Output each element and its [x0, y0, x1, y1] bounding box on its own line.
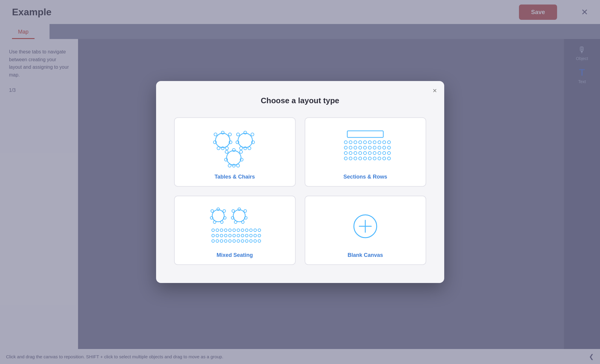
- svg-point-89: [233, 229, 236, 232]
- svg-point-53: [368, 152, 371, 155]
- svg-point-102: [237, 234, 240, 237]
- svg-point-9: [238, 133, 252, 148]
- mixed-seating-label: Mixed Seating: [216, 252, 253, 258]
- svg-point-39: [349, 146, 352, 149]
- svg-point-94: [254, 229, 257, 232]
- svg-point-109: [216, 240, 219, 242]
- tables-chairs-icon: [208, 127, 262, 169]
- svg-point-83: [232, 210, 235, 212]
- svg-point-67: [387, 157, 390, 160]
- svg-point-32: [363, 141, 366, 144]
- svg-point-34: [373, 141, 376, 144]
- svg-point-104: [246, 234, 248, 237]
- svg-point-54: [373, 152, 376, 155]
- svg-point-14: [240, 147, 243, 150]
- svg-point-108: [212, 240, 215, 242]
- svg-point-97: [216, 234, 219, 237]
- svg-point-18: [227, 151, 241, 165]
- svg-point-68: [212, 210, 224, 222]
- svg-point-7: [214, 133, 217, 136]
- svg-point-99: [225, 234, 227, 237]
- svg-point-28: [344, 141, 347, 144]
- svg-point-55: [378, 152, 381, 155]
- svg-point-75: [211, 210, 214, 212]
- blank-canvas-icon: [338, 205, 392, 247]
- svg-point-92: [246, 229, 248, 232]
- svg-point-66: [383, 157, 386, 160]
- svg-point-110: [220, 240, 223, 242]
- svg-point-76: [233, 210, 245, 222]
- svg-point-5: [217, 147, 220, 150]
- svg-point-36: [383, 141, 386, 144]
- svg-point-100: [229, 234, 231, 237]
- svg-point-56: [383, 152, 386, 155]
- svg-point-49: [349, 152, 352, 155]
- svg-point-13: [248, 147, 251, 150]
- svg-rect-27: [347, 131, 383, 137]
- svg-point-118: [254, 240, 257, 242]
- svg-point-107: [258, 234, 261, 237]
- svg-point-31: [359, 141, 362, 144]
- svg-point-88: [229, 229, 231, 232]
- layout-grid: Tables & Chairs: [174, 117, 426, 265]
- svg-point-57: [387, 152, 390, 155]
- svg-point-85: [216, 229, 219, 232]
- svg-point-8: [221, 147, 224, 150]
- svg-point-62: [363, 157, 366, 160]
- blank-canvas-label: Blank Canvas: [348, 252, 383, 258]
- layout-card-blank-canvas[interactable]: Blank Canvas: [305, 196, 426, 265]
- svg-point-45: [378, 146, 381, 149]
- svg-point-44: [373, 146, 376, 149]
- svg-point-33: [368, 141, 371, 144]
- layout-card-mixed-seating[interactable]: Mixed Seating: [174, 196, 296, 265]
- svg-point-84: [212, 229, 215, 232]
- modal-close-button[interactable]: ×: [433, 87, 437, 94]
- svg-point-111: [225, 240, 227, 242]
- layout-card-sections-rows[interactable]: Sections & Rows: [305, 117, 426, 187]
- svg-point-42: [363, 146, 366, 149]
- svg-point-16: [237, 133, 240, 136]
- sections-rows-label: Sections & Rows: [343, 174, 387, 180]
- svg-point-38: [344, 146, 347, 149]
- svg-point-25: [225, 150, 228, 153]
- svg-point-29: [349, 141, 352, 144]
- svg-point-64: [373, 157, 376, 160]
- modal-overlay: Choose a layout type ×: [0, 0, 600, 364]
- svg-point-48: [344, 152, 347, 155]
- svg-point-106: [254, 234, 257, 237]
- svg-point-2: [228, 133, 231, 136]
- svg-point-93: [250, 229, 252, 232]
- svg-point-117: [250, 240, 252, 242]
- svg-point-19: [232, 149, 235, 152]
- svg-point-22: [237, 164, 240, 167]
- layout-card-tables-chairs[interactable]: Tables & Chairs: [174, 117, 296, 187]
- svg-point-10: [244, 131, 247, 134]
- svg-point-46: [383, 146, 386, 149]
- svg-point-30: [354, 141, 357, 144]
- svg-point-41: [359, 146, 362, 149]
- svg-point-43: [368, 146, 371, 149]
- svg-point-63: [368, 157, 371, 160]
- svg-point-91: [241, 229, 244, 232]
- svg-point-40: [354, 146, 357, 149]
- svg-point-50: [354, 152, 357, 155]
- modal-title: Choose a layout type: [174, 96, 426, 105]
- svg-point-115: [241, 240, 244, 242]
- svg-point-96: [212, 234, 215, 237]
- svg-point-1: [221, 131, 224, 134]
- svg-point-81: [234, 221, 237, 224]
- svg-point-86: [220, 229, 223, 232]
- svg-point-98: [220, 234, 223, 237]
- svg-point-105: [250, 234, 252, 237]
- svg-point-60: [354, 157, 357, 160]
- svg-point-112: [229, 240, 231, 242]
- mixed-seating-icon: [208, 205, 262, 247]
- svg-point-52: [363, 152, 366, 155]
- svg-point-47: [387, 146, 390, 149]
- svg-point-70: [223, 210, 226, 212]
- layout-type-modal: Choose a layout type ×: [156, 81, 444, 283]
- svg-point-78: [244, 210, 247, 212]
- svg-point-80: [242, 221, 244, 224]
- svg-point-0: [216, 133, 230, 148]
- svg-point-59: [349, 157, 352, 160]
